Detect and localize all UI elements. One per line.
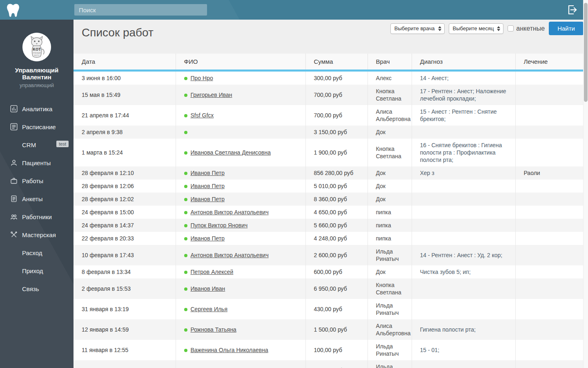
test-badge: test xyxy=(56,141,69,147)
doctor-select[interactable]: Выберите врача xyxy=(390,23,445,34)
sidebar-item-works[interactable]: Работы xyxy=(0,172,74,190)
search-input[interactable] xyxy=(74,4,207,16)
status-dot-icon xyxy=(184,328,187,332)
sidebar-item-forms[interactable]: Анкеты xyxy=(0,190,74,208)
patient-link[interactable]: Иванов Петр xyxy=(191,183,225,189)
cell-diagnosis xyxy=(412,278,515,299)
table-row: 15 мая в 15:49Григорьев Иван700,00 рубКн… xyxy=(74,85,584,105)
cell-name: Иванов Петр xyxy=(176,166,305,180)
cell-sum: 4 650,00 руб xyxy=(305,206,368,219)
patient-link[interactable]: Антонов Виктор Анатольевич xyxy=(191,252,269,258)
cell-sum: 100,00 руб xyxy=(305,340,368,360)
find-button[interactable]: Найти xyxy=(549,22,584,35)
cell-diagnosis xyxy=(412,180,515,193)
status-dot-icon xyxy=(184,308,187,311)
sidebar-item-analytics[interactable]: Аналитика xyxy=(0,100,74,118)
cell-doctor: Док xyxy=(368,180,412,193)
column-header-4: Диагноз xyxy=(412,54,515,71)
sidebar-item-label: Мастерская xyxy=(22,231,56,238)
cell-date: 1 января в 0:00 xyxy=(74,360,176,368)
cell-date: 8 февраля в 13:34 xyxy=(74,265,176,278)
table-row: 1 января в 0:00Антонов Виктор Анатольеви… xyxy=(74,360,584,368)
cell-diagnosis: Гигиена полости рта; xyxy=(412,319,515,340)
cell-name xyxy=(176,126,305,139)
cell-name: Иванов Петр xyxy=(176,180,305,193)
svg-text:КОТ: КОТ xyxy=(33,47,41,52)
patient-link[interactable]: Пупок Виктор Янович xyxy=(191,222,248,229)
cell-name: Иванов Иван xyxy=(176,278,305,299)
cell-doctor: пипка xyxy=(368,206,412,219)
filters-bar: Выберите врача Выберите месяц анкетные Н… xyxy=(390,22,584,35)
cell-diagnosis xyxy=(412,299,515,319)
cell-treatment xyxy=(515,193,584,206)
patient-link[interactable]: Иванова Светлана Денисовна xyxy=(191,149,271,156)
status-dot-icon xyxy=(184,151,187,155)
patient-link[interactable]: Иванов Петр xyxy=(191,196,225,202)
cell-name: Антонов Виктор Анатольевич xyxy=(176,245,305,265)
sidebar-item-patients[interactable]: Пациенты xyxy=(0,154,74,172)
user-role: управляющий xyxy=(0,82,74,88)
cell-date: 1 марта в 15:24 xyxy=(74,139,176,166)
patient-link[interactable]: Антонов Виктор Анатольевич xyxy=(191,209,269,215)
patient-link[interactable]: Sfsf Gfcx xyxy=(191,112,214,119)
cell-name: Иванов Петр xyxy=(176,193,305,206)
cell-date: 2 февраля в 15:53 xyxy=(74,278,176,299)
status-dot-icon xyxy=(184,94,187,97)
cell-diagnosis: 15 - 01; xyxy=(412,340,515,360)
cell-diagnosis: 14 - Рентген : Анест : Уд. 2 кор; xyxy=(412,245,515,265)
workshop-icon xyxy=(10,231,18,238)
cell-diagnosis: 17 - Рентген : Анест; Наложение лечебной… xyxy=(412,85,515,105)
sidebar-item-crm[interactable]: CRMtest xyxy=(0,136,74,154)
table-row: 21 апреля в 17:44Sfsf Gfcx700,00 рубАлис… xyxy=(74,105,584,126)
cell-diagnosis xyxy=(412,219,515,232)
cell-diagnosis: 15 - Анест : Рентген : Снятие брекитов; xyxy=(412,105,515,126)
cell-sum: 6 950,00 руб xyxy=(305,278,368,299)
questionnaire-checkbox[interactable] xyxy=(508,25,514,31)
cell-doctor: Ильда Ринатыч xyxy=(368,360,412,368)
cell-diagnosis xyxy=(412,193,515,206)
patient-link[interactable]: Иванов Петр xyxy=(191,235,225,242)
cell-sum: 3 150,00 руб xyxy=(305,126,368,139)
month-select[interactable]: Выберите месяц xyxy=(449,23,504,34)
status-dot-icon xyxy=(184,287,187,291)
works-table: ДатаФИОСуммаВрачДиагнозЛечение 3 июня в … xyxy=(74,54,584,368)
table-row: 28 февраля в 12:06Иванов Петр5 010,00 ру… xyxy=(74,180,584,193)
patient-link[interactable]: Петров Алексей xyxy=(191,269,234,275)
avatar[interactable]: КОТ УЧЕНЫЙ КОТЭ xyxy=(22,33,51,61)
patient-link[interactable]: Важенина Ольга Николаевна xyxy=(191,347,268,353)
table-row: 2 февраля в 15:53Иванов Иван6 950,00 руб… xyxy=(74,278,584,299)
patient-link[interactable]: Иванов Петр xyxy=(191,170,225,176)
cell-treatment: Раоли xyxy=(515,166,584,180)
sidebar-item-communication[interactable]: Связь xyxy=(0,280,74,298)
logout-icon[interactable] xyxy=(567,4,578,16)
sidebar-item-workers[interactable]: Работники xyxy=(0,208,74,226)
sidebar-item-schedule[interactable]: Расписание xyxy=(0,118,74,136)
cell-diagnosis: Чистка зубов 5; ип; xyxy=(412,265,515,278)
table-row: 24 февраля в 15:00Антонов Виктор Анатоль… xyxy=(74,206,584,219)
patient-link[interactable]: Рожнова Татьяна xyxy=(191,326,236,333)
sidebar-menu: АналитикаРасписаниеCRMtestПациентыРаботы… xyxy=(0,100,74,298)
sidebar-item-workshop[interactable]: Мастерская xyxy=(0,226,74,244)
questionnaire-checkbox-label: анкетные xyxy=(516,25,545,32)
cell-doctor: Кнопка Светлана xyxy=(368,278,412,299)
sidebar-item-label: CRM xyxy=(22,141,36,148)
sidebar-item-expense[interactable]: Расход xyxy=(0,244,74,262)
cell-treatment xyxy=(515,206,584,219)
patient-link[interactable]: Григорьев Иван xyxy=(191,92,232,98)
patient-link[interactable]: Сергеев Илья xyxy=(191,306,228,312)
forms-icon xyxy=(10,195,18,202)
sidebar-item-label: Связь xyxy=(22,285,39,292)
patient-link[interactable]: Про Нро xyxy=(191,75,213,81)
scrollbar-track[interactable] xyxy=(583,0,588,368)
cell-sum: 700,00 руб xyxy=(305,85,368,105)
sidebar-item-income[interactable]: Приход xyxy=(0,262,74,280)
cell-sum: 700,00 руб xyxy=(305,105,368,126)
cell-sum: 1 500,00 руб xyxy=(305,319,368,340)
tooth-logo-icon[interactable] xyxy=(6,2,20,18)
cell-treatment xyxy=(515,265,584,278)
cell-treatment xyxy=(515,139,584,166)
scrollbar-thumb[interactable] xyxy=(584,3,588,102)
patient-link[interactable]: Иванов Иван xyxy=(191,285,225,292)
cell-date: 28 февраля в 12:06 xyxy=(74,180,176,193)
sidebar-item-label: Расписание xyxy=(22,123,56,130)
